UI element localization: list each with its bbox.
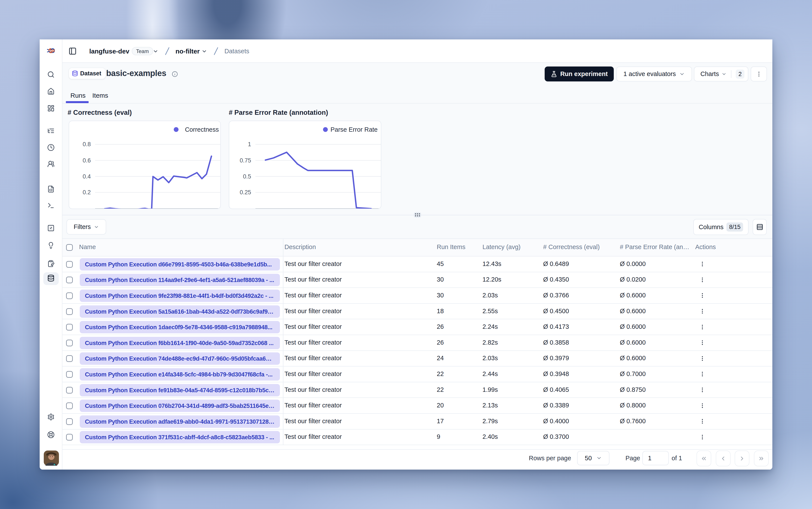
svg-text:0.25: 0.25 <box>240 189 251 196</box>
svg-text:0.5: 0.5 <box>243 173 251 180</box>
svg-text:0.2: 0.2 <box>82 189 91 196</box>
svg-text:0.4: 0.4 <box>82 173 91 180</box>
svg-text:0.75: 0.75 <box>240 157 251 164</box>
svg-text:0.6: 0.6 <box>82 157 91 164</box>
svg-text:Parse Error Rate: Parse Error Rate <box>330 126 378 133</box>
svg-text:Correctness: Correctness <box>185 126 219 133</box>
svg-text:1: 1 <box>248 141 251 147</box>
svg-text:0.8: 0.8 <box>82 141 91 147</box>
